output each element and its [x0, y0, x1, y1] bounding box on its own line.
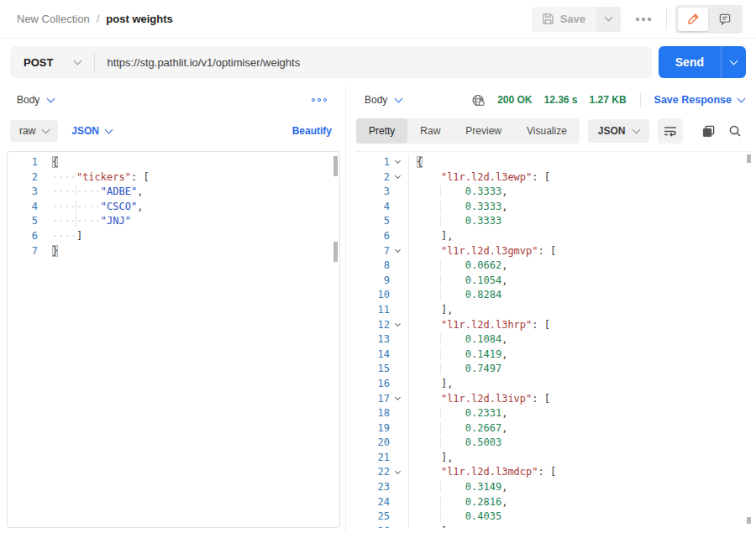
- line-number: 5: [356, 214, 390, 229]
- search-response-button[interactable]: [727, 120, 745, 142]
- fold-toggle-icon[interactable]: [390, 170, 406, 186]
- code-line: 4 0.3333,: [356, 200, 753, 215]
- fold-toggle-icon[interactable]: [390, 465, 406, 480]
- code-text: "l1r.l2d.l3mdcp": [: [408, 465, 556, 480]
- request-header: New Collection / post weights Save: [0, 0, 756, 39]
- code-text: 0.1054,: [408, 274, 507, 289]
- fold-gutter: [390, 214, 406, 229]
- fold-gutter: [390, 288, 406, 303]
- more-options-button[interactable]: [629, 18, 658, 21]
- line-number: 4: [8, 200, 38, 215]
- request-body-tab[interactable]: Body: [17, 94, 54, 106]
- request-body-more-button[interactable]: [305, 98, 333, 102]
- code-text: }: [38, 244, 58, 259]
- send-button[interactable]: Send: [659, 46, 721, 78]
- fold-gutter: [390, 451, 406, 466]
- chevron-down-icon: [105, 125, 113, 133]
- response-language-select[interactable]: JSON: [588, 119, 649, 143]
- fold-gutter: [390, 347, 406, 363]
- request-body-editor[interactable]: 1{2····"tickers": [3········"ADBE",4····…: [7, 151, 340, 528]
- code-text: 0.0662,: [408, 259, 507, 274]
- fold-gutter: [390, 229, 406, 244]
- beautify-button[interactable]: Beautify: [292, 125, 332, 137]
- code-line: 14 0.1419,: [356, 347, 753, 363]
- copy-response-button[interactable]: [700, 120, 718, 142]
- view-tab-raw[interactable]: Raw: [407, 118, 453, 144]
- code-text: ],: [408, 525, 453, 528]
- code-line: 5········"JNJ": [8, 214, 339, 229]
- url-bar: POST https://stg.pathlit.io/v1/optimiser…: [10, 46, 652, 78]
- breadcrumb-collection[interactable]: New Collection: [17, 13, 90, 25]
- code-line: 16 ],: [356, 377, 753, 392]
- line-number: 10: [356, 288, 390, 303]
- fold-gutter: [390, 274, 406, 289]
- code-line: 18 0.2331,: [356, 406, 753, 421]
- code-text: ········"CSCO",: [38, 200, 143, 215]
- fold-gutter: [390, 200, 406, 215]
- line-number: 13: [356, 332, 390, 347]
- method-select[interactable]: POST: [10, 46, 94, 78]
- line-number: 9: [356, 274, 390, 289]
- send-options-caret[interactable]: [721, 46, 746, 78]
- overview-ruler-mark: [747, 517, 751, 524]
- line-number: 7: [8, 244, 38, 259]
- code-text: 0.3333: [408, 214, 501, 229]
- code-line: 9 0.1054,: [356, 274, 753, 289]
- view-tab-visualize[interactable]: Visualize: [514, 118, 580, 144]
- response-body-viewer[interactable]: 1{2 "l1r.l2d.l3ewp": [3 0.3333,4 0.3333,…: [356, 151, 753, 528]
- response-size[interactable]: 1.27 KB: [590, 94, 627, 106]
- code-line: 15 0.7497: [356, 362, 753, 377]
- request-language-select[interactable]: JSON: [71, 125, 112, 137]
- status-badge[interactable]: 200 OK: [497, 94, 532, 106]
- body-mode-select[interactable]: raw: [10, 120, 58, 142]
- code-line: 17 "l1r.l2d.l3ivp": [: [356, 392, 753, 407]
- code-text: 0.3333,: [408, 185, 507, 200]
- code-text: 0.3333,: [408, 200, 507, 215]
- line-number: 12: [356, 318, 390, 333]
- line-number: 3: [8, 185, 38, 200]
- fold-gutter: [390, 480, 406, 495]
- comment-icon: [718, 13, 732, 25]
- code-line: 2 "l1r.l2d.l3ewp": [: [356, 170, 753, 186]
- save-options-caret[interactable]: [596, 7, 621, 32]
- response-body-tab[interactable]: Body: [365, 94, 402, 106]
- chevron-down-icon: [74, 56, 82, 65]
- comments-button[interactable]: [710, 8, 740, 31]
- save-response-button[interactable]: Save Response: [654, 94, 744, 106]
- line-number: 26: [356, 525, 390, 528]
- line-number: 22: [356, 465, 390, 480]
- request-url-row: POST https://stg.pathlit.io/v1/optimiser…: [0, 39, 756, 86]
- code-line: 22 "l1r.l2d.l3mdcp": [: [356, 465, 753, 480]
- network-globe-lock-icon[interactable]: [471, 93, 486, 107]
- chevron-down-icon: [632, 125, 640, 133]
- pencil-icon: [687, 13, 700, 25]
- code-text: ],: [408, 303, 453, 318]
- view-tab-preview[interactable]: Preview: [453, 118, 514, 144]
- code-text: ],: [408, 377, 453, 392]
- chevron-down-icon: [42, 125, 50, 133]
- breadcrumb-request-name[interactable]: post weights: [106, 13, 172, 25]
- wrap-lines-button[interactable]: [658, 118, 683, 144]
- body-mode-label: raw: [19, 125, 35, 137]
- fold-gutter: [390, 421, 406, 436]
- copy-icon: [702, 125, 715, 138]
- fold-toggle-icon[interactable]: [390, 318, 406, 333]
- edit-button[interactable]: [678, 8, 708, 31]
- fold-gutter: [390, 436, 406, 451]
- url-input[interactable]: https://stg.pathlit.io/v1/optimiser/weig…: [95, 56, 312, 69]
- line-number: 5: [8, 214, 38, 229]
- code-text: "l1r.l2d.l3gmvp": [: [408, 244, 556, 259]
- save-button[interactable]: Save: [532, 7, 596, 32]
- view-tab-pretty[interactable]: Pretty: [356, 118, 407, 144]
- code-line: 25 0.4035: [356, 509, 753, 525]
- code-line: 6 ],: [356, 229, 753, 244]
- fold-toggle-icon[interactable]: [390, 155, 406, 170]
- fold-toggle-icon[interactable]: [390, 244, 406, 259]
- line-number: 3: [356, 185, 390, 200]
- code-text: 0.1084,: [408, 332, 507, 347]
- response-time[interactable]: 12.36 s: [544, 94, 578, 106]
- line-number: 7: [356, 244, 390, 259]
- code-text: "l1r.l2d.l3ivp": [: [408, 392, 550, 407]
- line-number: 1: [8, 155, 38, 170]
- fold-toggle-icon[interactable]: [390, 392, 406, 407]
